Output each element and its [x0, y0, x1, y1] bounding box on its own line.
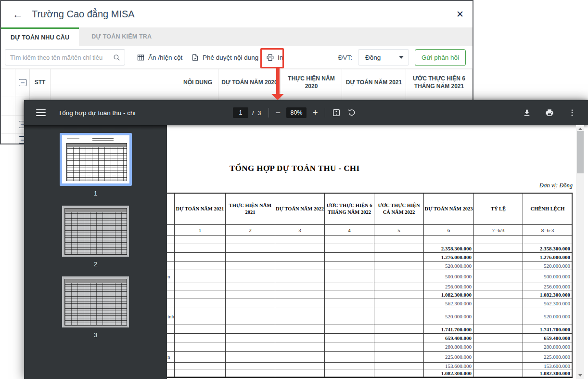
thumbnail-list: 123: [24, 125, 167, 347]
doc-table-row: 1.082.300.0001.082.300.000: [167, 369, 572, 377]
search-input[interactable]: [10, 54, 113, 61]
doc-table-row: 280.800.000280.800.000: [167, 342, 572, 352]
approve-content-button[interactable]: Phê duyệt nội dung: [191, 46, 258, 69]
pdf-page: TỔNG HỢP DỰ TOÁN THU - CHI Đơn vị: Đồng …: [167, 125, 588, 379]
pdf-body: 123 TỔNG HỢP DỰ TOÁN THU - CHI Đơn vị: Đ…: [24, 125, 588, 379]
more-options-icon[interactable]: [568, 108, 576, 117]
chevron-down-icon: [399, 56, 404, 59]
doc-table-row: n500.000.000500.000.000: [167, 270, 572, 283]
doc-col-header-ty_le: TỶ LỆ: [474, 194, 523, 225]
scrollbar[interactable]: [576, 125, 584, 379]
doc-table-row: 2.358.300.0002.358.300.000: [167, 244, 572, 253]
tab-du-toan-nhu-cau[interactable]: DỰ TOÁN NHU CẦU: [1, 27, 79, 46]
grid-header-thuc-hien-2020: THỰC HIỆN NĂM 2020: [281, 69, 342, 96]
zoom-out-button[interactable]: −: [275, 108, 281, 117]
toolbar: Ẩn /hiện cột Phê duyệt nội dung In ĐVT: …: [1, 46, 473, 69]
thumbnail-page-3[interactable]: 3: [62, 276, 129, 347]
thumbnail-page-2[interactable]: 2: [62, 206, 129, 276]
rotate-icon[interactable]: [347, 108, 356, 117]
doc-table-row: 1.741.700.0001.741.700.000: [167, 325, 572, 334]
doc-col-header-du_toan_2021: DỰ TOÁN NĂM 2021: [175, 194, 226, 225]
grid-header-du-toan-2020: DỰ TOÁN NĂM 2020: [218, 69, 281, 96]
doc-index-row: 1234567=6/38=6-3: [167, 225, 572, 236]
doc-col-header-uoc_th_ca_nam_2022: ƯỚC THỰC HIỆN CẢ NĂM 2022: [374, 194, 424, 225]
document-check-icon: [191, 53, 199, 62]
doc-table-row: 153.600.000153.600.000: [167, 363, 572, 369]
pdf-toolbar-right: [523, 100, 576, 125]
report-unit-note: Đơn vị: Đồng: [539, 182, 573, 189]
grid-header-row: STTNỘI DUNGDỰ TOÁN NĂM 2020THỰC HIỆN NĂM…: [1, 69, 473, 96]
scroll-down-arrow[interactable]: [576, 372, 584, 379]
print-icon[interactable]: [545, 108, 554, 117]
grid-header-uoc-thuc-hien-6-thang-2021: ƯỚC THỰC HIỆN 6 THÁNG NĂM 2021: [406, 69, 473, 96]
menu-icon[interactable]: [36, 109, 46, 116]
close-icon[interactable]: ✕: [456, 9, 464, 20]
doc-col-header-uoc_th_6thang_2022: ƯỚC THỰC HIỆN 6 THÁNG NĂM 2022: [325, 194, 374, 225]
pdf-toolbar-center: 1 / 3 − 80% +: [233, 100, 356, 125]
thumbnail-image: [62, 135, 129, 183]
grid-header-stt: STT: [30, 69, 51, 96]
grid-header-du-toan-2021: DỰ TOÁN NĂM 2021: [342, 69, 406, 96]
page-number-input[interactable]: 1: [233, 107, 248, 118]
toolbar-divider: [268, 108, 269, 118]
tab-du-toan-kiem-tra[interactable]: DỰ TOÁN KIỂM TRA: [79, 27, 164, 46]
tab-bar: DỰ TOÁN NHU CẦU DỰ TOÁN KIỂM TRA: [1, 27, 473, 46]
doc-table-row: 562.300.000562.300.000: [167, 299, 572, 308]
minus-icon: [21, 82, 25, 83]
search-box: [5, 49, 125, 65]
grid-header-spacer: [1, 69, 15, 96]
doc-col-header-du_toan_2022: DỰ TOÁN NĂM 2022: [275, 194, 325, 225]
thumbnail-image: [62, 276, 129, 327]
thumbnail-page-number: 3: [62, 331, 129, 339]
search-icon[interactable]: [113, 53, 121, 62]
thumbnail-page-number: 1: [60, 190, 132, 197]
unit-select-value: Đồng: [365, 54, 381, 61]
back-arrow-icon[interactable]: ←: [13, 9, 23, 20]
thumbnail-selected-border: [60, 133, 132, 186]
doc-table-row: ính520.000.000520.000.000: [167, 308, 572, 325]
thumbnail-page-number: 2: [62, 261, 129, 268]
zoom-in-button[interactable]: +: [313, 108, 318, 117]
doc-col-header-fragment: [167, 194, 175, 225]
annotation-arrow-shaft: [276, 68, 280, 94]
doc-table-row: 520.000.000520.000.000: [167, 261, 572, 270]
pdf-document-title: Tổng hợp dự toán thu - chi: [58, 109, 135, 117]
doc-col-header-chenh_lech: CHÊNH LỆCH: [523, 194, 573, 225]
collapse-icon[interactable]: [19, 79, 26, 86]
unit-label: ĐVT:: [338, 54, 352, 61]
doc-table: DỰ TOÁN NĂM 2021THỰC HIỆN NĂM 2021DỰ TOÁ…: [167, 193, 573, 378]
annotation-arrow-head: [271, 94, 284, 100]
grid-header-expand: [15, 69, 30, 96]
send-feedback-button[interactable]: Gửi phản hồi: [415, 49, 466, 66]
doc-table-row: 256.000.000256.000.000: [167, 283, 572, 290]
download-icon[interactable]: [523, 108, 531, 117]
doc-table-row: n225.000.000225.000.000: [167, 352, 572, 363]
grid-header-noi-dung: NỘI DUNG: [51, 69, 218, 96]
pdf-toolbar: Tổng hợp dự toán thu - chi 1 / 3 − 80% +: [24, 100, 588, 125]
doc-col-header-du_toan_2023: DỰ TOÁN NĂM 2023: [424, 194, 474, 225]
doc-header-row: DỰ TOÁN NĂM 2021THỰC HIỆN NĂM 2021DỰ TOÁ…: [167, 194, 572, 225]
scrollbar-thumb[interactable]: [577, 131, 584, 173]
doc-table-row: [167, 236, 572, 244]
zoom-level: 80%: [286, 107, 307, 118]
toolbar-right-group: ĐVT: Đồng Gửi phản hồi: [338, 46, 466, 69]
hide-show-columns-label: Ẩn /hiện cột: [148, 54, 182, 61]
hide-show-columns-button[interactable]: Ẩn /hiện cột: [137, 46, 182, 69]
window-title: Trường Cao đẳng MISA: [32, 9, 135, 20]
report-title: TỔNG HỢP DỰ TOÁN THU - CHI: [230, 164, 359, 173]
doc-table-row: 1.276.000.0001.276.000.000: [167, 253, 572, 261]
columns-icon: [137, 53, 145, 62]
fit-to-page-icon[interactable]: [332, 108, 341, 118]
toolbar-divider: [325, 108, 325, 118]
unit-select[interactable]: Đồng: [358, 49, 409, 65]
thumbnail-page-1[interactable]: 1: [60, 133, 132, 206]
annotation-highlight-box: [260, 48, 284, 68]
approve-content-label: Phê duyệt nội dung: [203, 54, 258, 61]
thumbnail-sidebar: 123: [24, 125, 167, 379]
thumbnail-image: [62, 206, 129, 257]
page-count-label: / 3: [252, 109, 262, 117]
pdf-viewer: Tổng hợp dự toán thu - chi 1 / 3 − 80% +: [24, 100, 588, 379]
doc-col-header-thuc_hien_2021: THỰC HIỆN NĂM 2021: [226, 194, 275, 225]
doc-table-row: 659.400.000659.400.000: [167, 334, 572, 342]
window-header: ← Trường Cao đẳng MISA ✕: [1, 1, 473, 27]
